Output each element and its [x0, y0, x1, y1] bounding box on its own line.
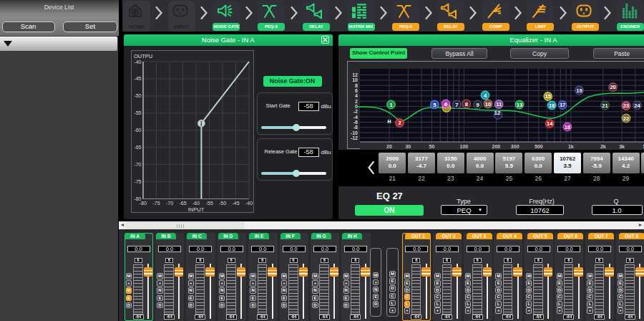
svg-text:18: 18: [565, 124, 570, 130]
svg-text:200: 200: [492, 144, 501, 149]
svg-text:2: 2: [398, 120, 401, 126]
svg-text:4: 4: [355, 93, 358, 98]
svg-text:20: 20: [610, 84, 615, 90]
svg-text:14: 14: [547, 120, 553, 127]
svg-text:30: 30: [405, 144, 411, 149]
svg-text:9: 9: [477, 102, 479, 108]
svg-text:8: 8: [465, 101, 468, 107]
svg-text:-40: -40: [245, 201, 252, 206]
svg-text:INPUT: INPUT: [187, 206, 204, 212]
svg-text:22: 22: [623, 115, 629, 122]
svg-text:15: 15: [545, 93, 551, 100]
svg-text:1k: 1k: [568, 144, 574, 149]
svg-text:-80: -80: [134, 196, 141, 201]
svg-text:21: 21: [602, 102, 608, 109]
svg-text:6: 6: [444, 101, 447, 107]
svg-text:16: 16: [549, 102, 555, 109]
svg-text:-75: -75: [152, 201, 160, 206]
svg-text:24: 24: [634, 102, 640, 109]
svg-text:-70: -70: [165, 201, 172, 206]
svg-text:-75: -75: [134, 179, 141, 184]
svg-text:300: 300: [511, 144, 519, 149]
svg-text:-65: -65: [179, 201, 186, 206]
svg-text:12: 12: [494, 110, 500, 116]
svg-text:8: 8: [355, 83, 358, 88]
svg-text:6: 6: [355, 88, 358, 93]
svg-text:-45: -45: [232, 201, 239, 206]
svg-text:-8: -8: [353, 125, 358, 130]
svg-text:-60: -60: [134, 128, 141, 133]
svg-text:7: 7: [455, 102, 458, 108]
svg-text:23: 23: [623, 102, 629, 109]
svg-text:11: 11: [496, 101, 502, 107]
svg-text:12: 12: [352, 72, 358, 77]
svg-text:500: 500: [535, 144, 543, 149]
svg-text:-50: -50: [134, 93, 141, 98]
svg-text:10: 10: [485, 101, 491, 107]
svg-text:-65: -65: [134, 145, 141, 150]
svg-text:-55: -55: [205, 201, 213, 206]
svg-text:-70: -70: [134, 162, 141, 167]
svg-text:100: 100: [460, 144, 469, 149]
svg-text:-45: -45: [134, 76, 141, 81]
svg-text:50: 50: [429, 144, 435, 149]
svg-text:-4: -4: [353, 115, 358, 120]
svg-text:-40: -40: [134, 59, 141, 64]
svg-text:-55: -55: [134, 110, 141, 115]
svg-text:5: 5: [433, 102, 436, 108]
svg-text:-6: -6: [353, 120, 358, 125]
svg-text:-60: -60: [192, 201, 199, 206]
svg-text:3k: 3k: [619, 144, 625, 149]
svg-text:-2: -2: [353, 109, 358, 114]
svg-text:-12: -12: [351, 135, 358, 140]
svg-text:2k: 2k: [600, 144, 606, 149]
svg-text:2: 2: [355, 99, 358, 104]
svg-text:13: 13: [517, 102, 522, 108]
svg-text:20: 20: [386, 144, 392, 149]
svg-text:10: 10: [352, 77, 358, 82]
svg-text:-10: -10: [351, 130, 358, 135]
svg-text:19: 19: [576, 87, 582, 94]
svg-text:H: H: [387, 119, 391, 124]
svg-text:17: 17: [560, 102, 565, 108]
svg-text:-50: -50: [218, 201, 225, 206]
svg-text:1: 1: [389, 102, 392, 108]
